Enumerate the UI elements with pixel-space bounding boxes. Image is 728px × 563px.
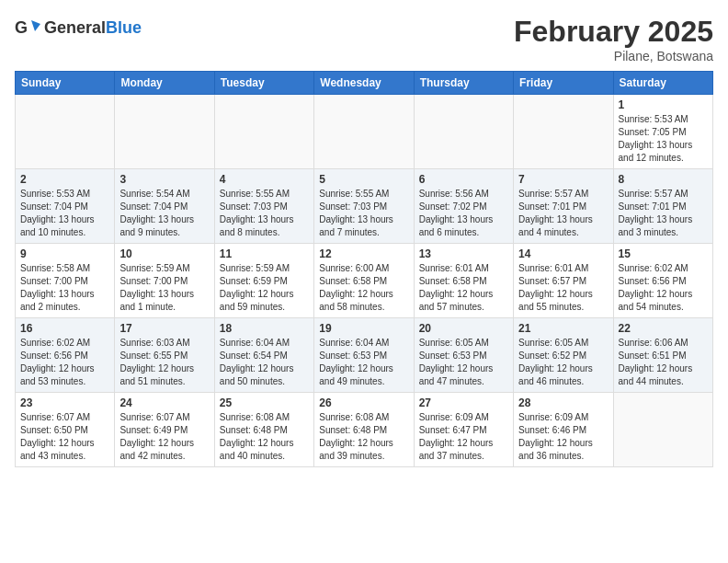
calendar-cell — [613, 393, 712, 467]
col-monday: Monday — [115, 72, 214, 95]
day-info: Sunrise: 6:08 AM Sunset: 6:48 PM Dayligh… — [319, 411, 408, 463]
calendar-cell — [314, 95, 414, 169]
logo-blue: Blue — [106, 18, 142, 37]
page-header: G GeneralBlue February 2025 Pilane, Bots… — [15, 15, 713, 63]
day-number: 20 — [419, 322, 508, 335]
day-number: 9 — [20, 247, 109, 260]
day-info: Sunrise: 6:06 AM Sunset: 6:51 PM Dayligh… — [619, 337, 708, 388]
day-number: 14 — [518, 247, 608, 260]
calendar-cell: 8Sunrise: 5:57 AM Sunset: 7:01 PM Daylig… — [613, 169, 712, 244]
calendar-cell: 16Sunrise: 6:02 AM Sunset: 6:56 PM Dayli… — [16, 318, 115, 393]
col-sunday: Sunday — [16, 72, 115, 95]
calendar-cell — [514, 95, 613, 169]
day-info: Sunrise: 5:59 AM Sunset: 6:59 PM Dayligh… — [220, 262, 309, 314]
calendar-cell: 24Sunrise: 6:07 AM Sunset: 6:49 PM Dayli… — [115, 393, 214, 467]
calendar-cell: 3Sunrise: 5:54 AM Sunset: 7:04 PM Daylig… — [115, 169, 214, 244]
calendar-cell — [214, 95, 313, 169]
calendar-cell: 19Sunrise: 6:04 AM Sunset: 6:53 PM Dayli… — [314, 318, 414, 393]
calendar-cell — [115, 95, 214, 169]
day-number: 6 — [419, 173, 508, 186]
day-info: Sunrise: 6:04 AM Sunset: 6:53 PM Dayligh… — [319, 337, 408, 388]
day-info: Sunrise: 6:01 AM Sunset: 6:58 PM Dayligh… — [419, 262, 508, 314]
day-number: 5 — [319, 173, 408, 186]
day-number: 28 — [518, 396, 608, 409]
day-number: 17 — [119, 322, 209, 335]
day-info: Sunrise: 6:01 AM Sunset: 6:57 PM Dayligh… — [518, 262, 608, 314]
calendar-cell: 5Sunrise: 5:55 AM Sunset: 7:03 PM Daylig… — [314, 169, 414, 244]
calendar: Sunday Monday Tuesday Wednesday Thursday… — [15, 71, 713, 467]
calendar-cell: 9Sunrise: 5:58 AM Sunset: 7:00 PM Daylig… — [16, 244, 115, 318]
day-info: Sunrise: 5:53 AM Sunset: 7:05 PM Dayligh… — [619, 113, 708, 165]
day-info: Sunrise: 5:55 AM Sunset: 7:03 PM Dayligh… — [319, 188, 408, 239]
col-wednesday: Wednesday — [314, 72, 414, 95]
calendar-cell: 27Sunrise: 6:09 AM Sunset: 6:47 PM Dayli… — [414, 393, 513, 467]
col-thursday: Thursday — [414, 72, 513, 95]
day-info: Sunrise: 6:05 AM Sunset: 6:53 PM Dayligh… — [419, 337, 508, 388]
day-info: Sunrise: 6:07 AM Sunset: 6:50 PM Dayligh… — [20, 411, 109, 463]
day-info: Sunrise: 5:58 AM Sunset: 7:00 PM Dayligh… — [20, 262, 109, 314]
calendar-cell: 1Sunrise: 5:53 AM Sunset: 7:05 PM Daylig… — [613, 95, 712, 169]
day-number: 27 — [419, 396, 508, 409]
day-info: Sunrise: 6:02 AM Sunset: 6:56 PM Dayligh… — [619, 262, 708, 314]
calendar-cell: 18Sunrise: 6:04 AM Sunset: 6:54 PM Dayli… — [214, 318, 313, 393]
day-info: Sunrise: 6:04 AM Sunset: 6:54 PM Dayligh… — [220, 337, 309, 388]
day-info: Sunrise: 6:03 AM Sunset: 6:55 PM Dayligh… — [119, 337, 209, 388]
calendar-week-4: 16Sunrise: 6:02 AM Sunset: 6:56 PM Dayli… — [16, 318, 713, 393]
svg-text:G: G — [15, 18, 28, 37]
day-info: Sunrise: 6:08 AM Sunset: 6:48 PM Dayligh… — [220, 411, 309, 463]
logo: G GeneralBlue — [15, 15, 142, 40]
calendar-cell: 23Sunrise: 6:07 AM Sunset: 6:50 PM Dayli… — [16, 393, 115, 467]
day-number: 7 — [518, 173, 608, 186]
day-info: Sunrise: 6:05 AM Sunset: 6:52 PM Dayligh… — [518, 337, 608, 388]
col-friday: Friday — [514, 72, 613, 95]
day-info: Sunrise: 5:56 AM Sunset: 7:02 PM Dayligh… — [419, 188, 508, 239]
day-number: 11 — [220, 247, 309, 260]
calendar-header: Sunday Monday Tuesday Wednesday Thursday… — [16, 72, 713, 95]
day-number: 26 — [319, 396, 408, 409]
day-info: Sunrise: 6:09 AM Sunset: 6:46 PM Dayligh… — [518, 411, 608, 463]
calendar-cell: 14Sunrise: 6:01 AM Sunset: 6:57 PM Dayli… — [514, 244, 613, 318]
day-number: 1 — [619, 98, 708, 111]
calendar-week-3: 9Sunrise: 5:58 AM Sunset: 7:00 PM Daylig… — [16, 244, 713, 318]
logo-general: General — [44, 18, 106, 37]
day-number: 4 — [220, 173, 309, 186]
calendar-cell: 21Sunrise: 6:05 AM Sunset: 6:52 PM Dayli… — [514, 318, 613, 393]
calendar-cell: 13Sunrise: 6:01 AM Sunset: 6:58 PM Dayli… — [414, 244, 513, 318]
col-tuesday: Tuesday — [214, 72, 313, 95]
calendar-cell: 15Sunrise: 6:02 AM Sunset: 6:56 PM Dayli… — [613, 244, 712, 318]
calendar-cell: 6Sunrise: 5:56 AM Sunset: 7:02 PM Daylig… — [414, 169, 513, 244]
calendar-cell: 17Sunrise: 6:03 AM Sunset: 6:55 PM Dayli… — [115, 318, 214, 393]
calendar-cell: 2Sunrise: 5:53 AM Sunset: 7:04 PM Daylig… — [16, 169, 115, 244]
calendar-cell: 28Sunrise: 6:09 AM Sunset: 6:46 PM Dayli… — [514, 393, 613, 467]
calendar-cell: 10Sunrise: 5:59 AM Sunset: 7:00 PM Dayli… — [115, 244, 214, 318]
day-number: 16 — [20, 322, 109, 335]
calendar-cell: 20Sunrise: 6:05 AM Sunset: 6:53 PM Dayli… — [414, 318, 513, 393]
day-info: Sunrise: 6:09 AM Sunset: 6:47 PM Dayligh… — [419, 411, 508, 463]
day-info: Sunrise: 5:59 AM Sunset: 7:00 PM Dayligh… — [119, 262, 209, 314]
day-info: Sunrise: 5:57 AM Sunset: 7:01 PM Dayligh… — [619, 188, 708, 239]
day-number: 10 — [119, 247, 209, 260]
day-number: 2 — [20, 173, 109, 186]
svg-marker-1 — [31, 20, 40, 31]
day-info: Sunrise: 5:55 AM Sunset: 7:03 PM Dayligh… — [220, 188, 309, 239]
day-number: 15 — [619, 247, 708, 260]
day-number: 22 — [619, 322, 708, 335]
day-number: 3 — [119, 173, 209, 186]
calendar-cell: 7Sunrise: 5:57 AM Sunset: 7:01 PM Daylig… — [514, 169, 613, 244]
calendar-cell: 22Sunrise: 6:06 AM Sunset: 6:51 PM Dayli… — [613, 318, 712, 393]
logo-icon: G — [15, 15, 40, 40]
calendar-cell: 11Sunrise: 5:59 AM Sunset: 6:59 PM Dayli… — [214, 244, 313, 318]
header-row: Sunday Monday Tuesday Wednesday Thursday… — [16, 72, 713, 95]
calendar-cell — [414, 95, 513, 169]
day-number: 21 — [518, 322, 608, 335]
calendar-cell: 25Sunrise: 6:08 AM Sunset: 6:48 PM Dayli… — [214, 393, 313, 467]
day-number: 13 — [419, 247, 508, 260]
day-info: Sunrise: 5:57 AM Sunset: 7:01 PM Dayligh… — [518, 188, 608, 239]
calendar-week-5: 23Sunrise: 6:07 AM Sunset: 6:50 PM Dayli… — [16, 393, 713, 467]
day-number: 23 — [20, 396, 109, 409]
day-number: 25 — [220, 396, 309, 409]
day-info: Sunrise: 6:02 AM Sunset: 6:56 PM Dayligh… — [20, 337, 109, 388]
day-info: Sunrise: 5:53 AM Sunset: 7:04 PM Dayligh… — [20, 188, 109, 239]
calendar-cell — [16, 95, 115, 169]
day-number: 19 — [319, 322, 408, 335]
